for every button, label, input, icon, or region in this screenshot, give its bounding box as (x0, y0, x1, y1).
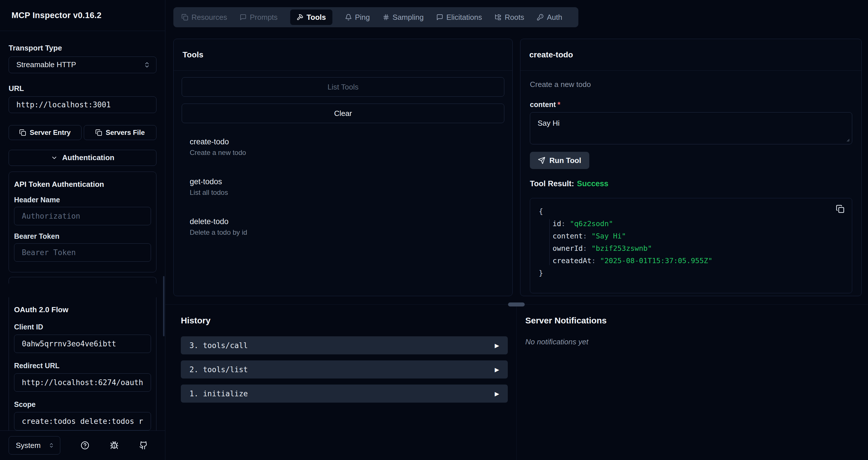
history-entry-label: 1. initialize (189, 389, 248, 398)
bearer-token-input[interactable] (22, 248, 143, 257)
tool-result-line: Tool Result:Success (530, 179, 852, 188)
redirect-url-input-wrap (14, 373, 151, 392)
history-entry-label: 3. tools/call (189, 341, 248, 350)
list-tools-button[interactable]: List Tools (182, 77, 504, 97)
client-id-input[interactable] (22, 339, 143, 348)
json-value: "Say Hi" (591, 232, 626, 240)
message-square-icon (240, 14, 247, 21)
tab-auth-label: Auth (547, 13, 562, 22)
history-entry-initialize[interactable]: 1. initialize ▶ (181, 385, 508, 403)
top-panels-row: Tools List Tools Clear create-todo Creat… (165, 39, 868, 296)
tool-name: get-todos (190, 177, 504, 186)
tab-roots[interactable]: Roots (495, 13, 524, 22)
json-line: createdAt: "2025-08-01T15:37:05.955Z" (553, 255, 843, 267)
history-entry-label: 2. tools/list (189, 365, 248, 374)
tab-elicitations[interactable]: Elicitations (436, 13, 482, 22)
url-input-wrap (9, 96, 156, 113)
scope-input[interactable] (22, 417, 143, 426)
tab-sampling-label: Sampling (393, 13, 424, 22)
tool-result-json: { id: "q6z2sodn" content: "Say Hi" owner… (530, 198, 852, 293)
history-list: 3. tools/call ▶ 2. tools/list ▶ 1. initi… (181, 336, 508, 403)
github-icon[interactable] (139, 441, 148, 450)
sidebar-scroll-area[interactable]: Transport Type Streamable HTTP URL Serve… (0, 31, 165, 430)
api-token-auth-title: API Token Authentication (14, 180, 151, 189)
run-tool-label: Run Tool (549, 156, 581, 165)
footer-icons (81, 441, 148, 450)
json-value: "2025-08-01T15:37:05.955Z" (600, 257, 712, 265)
bottom-panels-row: History 3. tools/call ▶ 2. tools/list ▶ … (165, 306, 868, 460)
server-entry-button[interactable]: Server Entry (9, 125, 82, 140)
scope-input-wrap (14, 412, 151, 430)
tab-ping[interactable]: Ping (345, 13, 370, 22)
tab-prompts[interactable]: Prompts (240, 13, 278, 22)
json-key: id (553, 220, 561, 228)
folder-tree-icon (495, 14, 501, 21)
json-close-brace: } (539, 267, 843, 279)
run-tool-button[interactable]: Run Tool (530, 152, 589, 169)
theme-select-value: System (16, 441, 41, 450)
tool-description: Create a new todo (190, 149, 504, 157)
tool-detail-panel: create-todo Create a new todo content* S… (520, 39, 862, 296)
tools-panel-body: List Tools Clear create-todo Create a ne… (174, 71, 513, 236)
list-item[interactable]: get-todos List all todos (190, 177, 504, 197)
copy-icon (95, 129, 102, 136)
tools-panel-title: Tools (183, 50, 204, 59)
copy-icon (19, 129, 26, 136)
clear-button[interactable]: Clear (182, 104, 504, 123)
json-entries: id: "q6z2sodn" content: "Say Hi" ownerId… (539, 218, 843, 267)
tool-detail-header: create-todo (520, 39, 861, 71)
help-icon[interactable] (81, 441, 89, 450)
server-notifications-panel: Server Notifications No notifications ye… (517, 306, 868, 460)
tab-roots-label: Roots (505, 13, 524, 22)
json-value: "bzif253zswnb" (591, 244, 652, 253)
tab-resources[interactable]: Resources (181, 13, 227, 22)
resize-grip-icon[interactable] (845, 137, 850, 142)
header-name-input[interactable] (22, 212, 143, 220)
chevrons-up-down-icon (144, 61, 150, 68)
api-token-auth-card: API Token Authentication Header Name Bea… (9, 172, 156, 272)
list-item[interactable]: create-todo Create a new todo (190, 137, 504, 157)
history-entry-tools-list[interactable]: 2. tools/list ▶ (181, 360, 508, 379)
copy-icon[interactable] (836, 205, 844, 213)
transport-type-select[interactable]: Streamable HTTP (9, 57, 156, 73)
history-title: History (181, 316, 508, 325)
list-item[interactable]: delete-todo Delete a todo by id (190, 217, 504, 236)
message-square-icon (436, 14, 443, 21)
transport-type-value: Streamable HTTP (17, 60, 76, 69)
bearer-token-label: Bearer Token (14, 232, 151, 240)
authentication-toggle-label: Authentication (62, 153, 115, 162)
files-icon (181, 14, 188, 21)
json-key: createdAt (553, 257, 591, 265)
bug-icon[interactable] (110, 441, 119, 450)
servers-file-button[interactable]: Servers File (84, 125, 157, 140)
tab-sampling[interactable]: Sampling (383, 13, 424, 22)
content-field-label-text: content (530, 100, 556, 108)
tool-detail-description: Create a new todo (530, 80, 852, 89)
header-name-input-wrap (14, 207, 151, 225)
server-buttons-row: Server Entry Servers File (9, 125, 156, 140)
tool-description: List all todos (190, 189, 504, 197)
url-label: URL (9, 84, 156, 93)
history-entry-tools-call[interactable]: 3. tools/call ▶ (181, 336, 508, 354)
url-input[interactable] (17, 100, 149, 109)
servers-file-label: Servers File (105, 129, 145, 137)
tab-ping-label: Ping (355, 13, 370, 22)
tab-auth[interactable]: Auth (537, 13, 562, 22)
redirect-url-label: Redirect URL (14, 362, 151, 370)
tool-result-label: Tool Result: (530, 179, 574, 188)
content-textarea[interactable]: Say Hi (530, 112, 852, 144)
authentication-toggle[interactable]: Authentication (9, 150, 156, 166)
split-drag-handle[interactable] (508, 302, 525, 306)
client-id-input-wrap (14, 335, 151, 353)
history-panel: History 3. tools/call ▶ 2. tools/list ▶ … (165, 306, 517, 460)
expand-arrow-icon: ▶ (495, 366, 499, 373)
theme-select[interactable]: System (9, 436, 60, 455)
tabbar: Resources Prompts Tools (174, 7, 578, 27)
json-colon: : (591, 257, 596, 265)
redirect-url-input[interactable] (22, 378, 143, 387)
tab-tools[interactable]: Tools (290, 9, 332, 25)
sidebar-footer: System (0, 430, 165, 460)
server-entry-label: Server Entry (30, 129, 71, 137)
server-notifications-title: Server Notifications (525, 316, 868, 325)
tab-tools-label: Tools (307, 13, 326, 22)
